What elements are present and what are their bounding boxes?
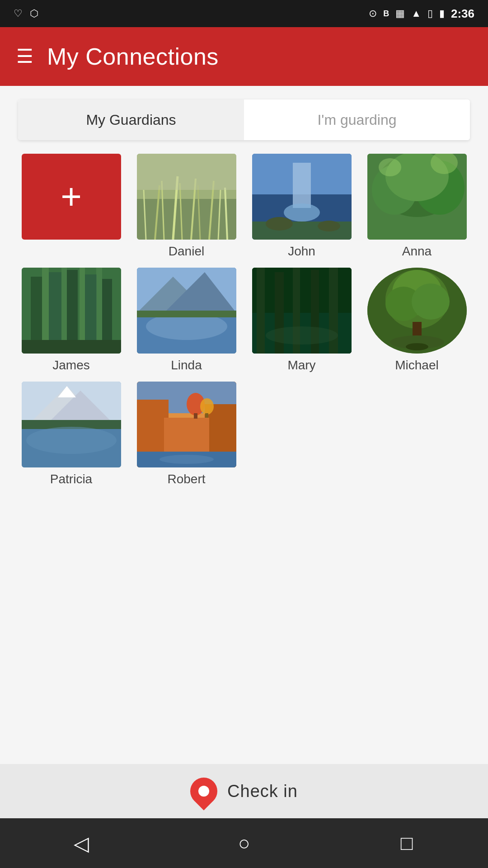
contact-james-name: James [52,358,89,373]
contact-mary-avatar [252,268,352,354]
contact-linda-avatar [137,268,236,354]
contact-michael-name: Michael [395,358,438,373]
contact-john-avatar [252,154,352,240]
contact-daniel[interactable]: Daniel [133,154,239,259]
contact-daniel-name: Daniel [169,244,204,259]
add-button[interactable]: + [22,154,121,240]
svg-point-19 [266,217,293,231]
svg-point-56 [266,326,338,344]
contact-john-name: John [288,244,315,259]
svg-point-64 [406,343,428,350]
tab-my-guardians[interactable]: My Guardians [18,99,244,140]
tabs-container: My Guardians I'm guarding [18,99,470,140]
status-bar-right: ⊙ B ▦ ▲ ▯ ▮ 2:36 [369,7,474,21]
nav-back-button[interactable]: ◁ [63,825,99,861]
contact-anna-avatar [367,154,467,240]
contact-mary-name: Mary [287,358,315,373]
contact-patricia[interactable]: Patricia [18,382,124,486]
contact-patricia-name: Patricia [50,472,92,486]
contact-michael[interactable]: Michael [364,268,470,373]
contact-linda-name: Linda [171,358,202,373]
checkin-pin-inner [198,786,209,797]
contact-patricia-avatar [22,382,121,467]
contact-robert-avatar [137,382,236,467]
status-time: 2:36 [451,7,474,21]
contact-robert[interactable]: Robert [133,382,239,486]
nav-home-button[interactable]: ○ [226,825,262,861]
svg-rect-46 [137,311,236,317]
page-title: My Connections [47,43,219,70]
home-icon: ○ [238,832,250,854]
contacts-grid: + Daniel [18,154,470,486]
svg-point-20 [318,221,340,231]
svg-rect-1 [137,199,236,240]
contact-james[interactable]: James [18,268,124,373]
svg-rect-83 [205,413,208,418]
contact-linda[interactable]: Linda [133,268,239,373]
signal-status-icon: ▲ [411,8,421,19]
tab-im-guarding[interactable]: I'm guarding [244,99,470,140]
svg-point-18 [284,203,320,222]
contact-james-avatar [22,268,121,354]
contact-mary[interactable]: Mary [249,268,355,373]
bottom-nav: ◁ ○ □ [0,818,488,868]
recents-icon: □ [401,832,413,854]
svg-rect-81 [194,413,197,419]
checkin-label: Check in [227,782,298,801]
svg-point-79 [160,455,214,464]
svg-rect-17 [293,163,311,208]
checkin-pin-icon [185,772,223,811]
add-contact-item[interactable]: + [18,154,124,259]
back-icon: ◁ [74,832,89,855]
contact-daniel-avatar [137,154,236,240]
contact-michael-avatar [367,268,467,354]
status-bar-left: ♡ ⬡ [14,8,38,19]
heart-status-icon: ♡ [14,8,23,19]
svg-point-82 [200,398,214,415]
status-bar: ♡ ⬡ ⊙ B ▦ ▲ ▯ ▮ 2:36 [0,0,488,27]
svg-point-72 [26,427,117,454]
menu-icon[interactable]: ☰ [16,47,33,66]
android-status-icon: ⬡ [30,8,38,19]
contact-anna-name: Anna [402,244,432,259]
svg-point-61 [412,283,450,320]
checkin-bar[interactable]: Check in [0,764,488,818]
bluetooth-status-icon: B [383,9,389,19]
location-status-icon: ⊙ [369,8,377,19]
vibrate-status-icon: ▦ [395,8,405,19]
contact-robert-name: Robert [167,472,205,486]
contact-john[interactable]: John [249,154,355,259]
svg-point-27 [379,158,401,176]
sim-status-icon: ▯ [427,8,433,19]
contact-anna[interactable]: Anna [364,154,470,259]
svg-rect-12 [137,154,236,190]
svg-rect-39 [22,340,121,354]
battery-status-icon: ▮ [439,8,445,19]
plus-icon: + [61,179,82,215]
app-bar: ☰ My Connections [0,27,488,86]
nav-recents-button[interactable]: □ [389,825,425,861]
